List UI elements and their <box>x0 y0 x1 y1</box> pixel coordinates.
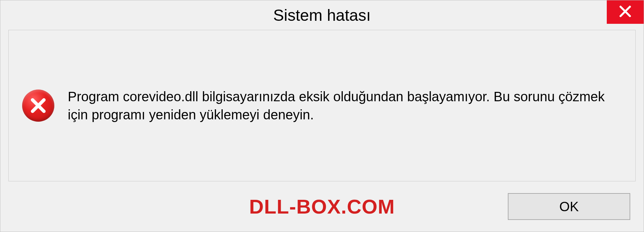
dialog-footer: DLL-BOX.COM OK <box>0 181 644 232</box>
watermark-text: DLL-BOX.COM <box>249 195 395 218</box>
dialog-title: Sistem hatası <box>273 6 371 24</box>
content-area: Program corevideo.dll bilgisayarınızda e… <box>8 30 636 181</box>
error-icon <box>22 90 54 122</box>
close-icon <box>619 5 632 19</box>
titlebar: Sistem hatası <box>0 0 644 30</box>
error-dialog: Sistem hatası Program corevideo.dll bilg… <box>0 0 644 232</box>
ok-button[interactable]: OK <box>508 193 630 220</box>
error-message: Program corevideo.dll bilgisayarınızda e… <box>68 88 622 124</box>
close-button[interactable] <box>607 0 644 24</box>
